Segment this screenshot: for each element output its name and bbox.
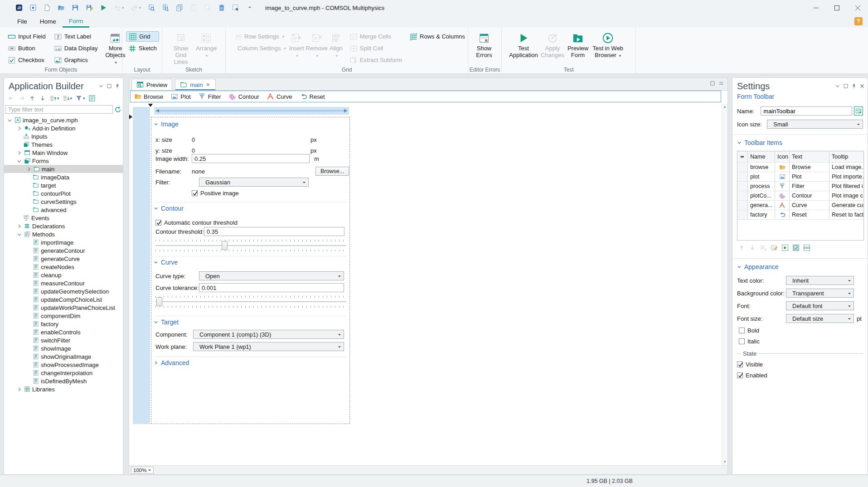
item-text-cell[interactable]: Contour xyxy=(789,191,829,200)
panel-pin-icon[interactable] xyxy=(851,83,857,89)
tree-item-componentDim[interactable]: componentDim xyxy=(4,312,123,320)
qat-duplicate-button[interactable] xyxy=(204,4,211,11)
model-tree-button[interactable] xyxy=(88,95,96,102)
qat-copy-button[interactable] xyxy=(176,4,183,11)
form-toolbar-reset-button[interactable]: Reset xyxy=(300,93,325,100)
section-image-header[interactable]: Image xyxy=(154,121,179,128)
maximize-button[interactable] xyxy=(826,0,847,15)
appearance-header[interactable]: Appearance xyxy=(737,263,863,270)
column-header-icon[interactable]: Icon xyxy=(775,151,789,162)
item-tooltip-cell[interactable]: Generate cur... xyxy=(829,201,863,210)
arrow-right-button[interactable] xyxy=(18,95,25,102)
close-button[interactable] xyxy=(847,0,868,15)
collapse-icon[interactable] xyxy=(16,158,22,164)
move-up-button[interactable] xyxy=(738,244,745,253)
item-tooltip-cell[interactable]: Plot filtered i... xyxy=(829,182,863,191)
expand-icon[interactable] xyxy=(16,386,22,392)
show-grid-lines-button[interactable]: 1.23 Show Grid Lines xyxy=(168,31,194,65)
tree-filter-input[interactable] xyxy=(5,105,113,114)
qat-run-button[interactable] xyxy=(100,4,107,11)
tree-item-curveSettings[interactable]: curveSettings xyxy=(4,198,123,206)
arrange-button[interactable]: Arrange▾ xyxy=(194,31,218,59)
tree-item-importImage[interactable]: importImage xyxy=(4,238,123,246)
zoom-control[interactable]: 100% xyxy=(131,467,154,474)
qat-code-page-button[interactable] xyxy=(162,4,169,11)
tree-item-factory[interactable]: factory xyxy=(4,320,123,328)
test-application-button[interactable]: Test Application xyxy=(508,31,539,58)
close-tab-icon[interactable] xyxy=(205,82,211,87)
bold-checkbox[interactable] xyxy=(739,328,745,333)
icon-size-dropdown[interactable]: Small xyxy=(767,120,863,129)
name-input[interactable] xyxy=(761,106,852,116)
tab-preview[interactable]: Preview xyxy=(131,79,172,90)
form-toolbar-browse-button[interactable]: Browse xyxy=(134,93,163,100)
tree-item-generateCurve[interactable]: generateCurve xyxy=(4,255,123,263)
contour-threshold-input[interactable] xyxy=(204,227,344,236)
item-text-cell[interactable]: Reset xyxy=(789,210,829,219)
toolbar-item-row-curve[interactable]: genera...CurveGenerate cur... xyxy=(737,200,863,210)
tab-file[interactable]: File xyxy=(11,15,34,28)
qat-paste-button[interactable] xyxy=(190,4,197,11)
move-down-button[interactable] xyxy=(749,244,756,253)
form-toolbar-filter-button[interactable]: Filter xyxy=(199,93,221,100)
checkbox-button[interactable]: Checkbox xyxy=(5,55,48,65)
expand-icon[interactable] xyxy=(16,150,22,156)
tree-item-updateCompChoiceList[interactable]: updateCompChoiceList xyxy=(4,295,123,304)
section-target-header[interactable]: Target xyxy=(154,318,179,326)
refresh-icon[interactable] xyxy=(114,106,121,113)
enabled-checkbox[interactable] xyxy=(737,372,743,378)
filter-sm-button[interactable]: ▾ xyxy=(75,95,85,102)
form-toolbar-contour-button[interactable]: Contour xyxy=(229,93,259,100)
font-size-dropdown[interactable]: Default size xyxy=(786,314,854,323)
remove-button[interactable]: Remove▾ xyxy=(306,31,328,59)
qat-comsol-logo-button[interactable] xyxy=(15,4,23,11)
collapse-icon[interactable] xyxy=(7,117,13,123)
grid-mode-button[interactable]: Grid xyxy=(126,31,159,42)
tree-item-showImage[interactable]: showImage xyxy=(4,344,123,352)
add-toggle-button[interactable] xyxy=(792,244,800,253)
background-color-dropdown[interactable]: Transparent xyxy=(786,289,854,298)
tab-main[interactable]: main xyxy=(175,79,216,90)
form-toolbar-plot-button[interactable]: Plot xyxy=(171,93,190,100)
text-color-dropdown[interactable]: Inherit xyxy=(786,276,854,285)
qat-save-button[interactable] xyxy=(72,4,79,11)
scroll-up-icon[interactable]: ▲ xyxy=(723,105,727,109)
curve-tolerance-input[interactable] xyxy=(199,283,344,292)
tab-form[interactable]: Form xyxy=(63,15,90,28)
tree-item-updateWorkPlaneChoiceList[interactable]: updateWorkPlaneChoiceList xyxy=(4,304,123,312)
qat-delete-button[interactable] xyxy=(218,4,225,11)
item-text-cell[interactable]: Plot xyxy=(789,172,829,181)
component-dropdown[interactable]: Component 1 (comp1) (3D) xyxy=(193,330,344,339)
edit-row-button[interactable] xyxy=(771,244,778,253)
tree-item-cleanup[interactable]: cleanup xyxy=(4,271,123,279)
merge-cells-button[interactable]: Merge Cells xyxy=(347,31,404,42)
tree-item-image_to_curve.mph[interactable]: Aimage_to_curve.mph xyxy=(4,116,123,124)
editor-maximize-icon[interactable] xyxy=(710,81,715,86)
column-header-tooltip[interactable]: Tooltip xyxy=(829,151,863,162)
tree-item-Events[interactable]: Events xyxy=(4,214,123,222)
panel-menu-icon[interactable] xyxy=(98,83,104,89)
form-toolbar-curve-button[interactable]: Curve xyxy=(267,93,292,100)
grid-margin-row[interactable] xyxy=(154,107,349,115)
section-contour-header[interactable]: Contour xyxy=(154,205,184,212)
column-header-text[interactable]: Text xyxy=(789,151,829,162)
tree-item-createNodes[interactable]: createNodes xyxy=(4,263,123,271)
item-text-cell[interactable]: Browse xyxy=(789,163,829,172)
expand-icon[interactable] xyxy=(26,166,32,172)
filter-dropdown[interactable]: Gaussian xyxy=(199,178,309,187)
expand-icon[interactable] xyxy=(16,125,22,131)
tree-item-switchFilter[interactable]: switchFilter xyxy=(4,336,123,344)
graphics-button[interactable]: Graphics xyxy=(52,55,100,65)
tree-item-Add-in Definition[interactable]: Add-in Definition xyxy=(4,124,123,132)
button-button[interactable]: OKButton xyxy=(5,43,48,53)
tree-item-advanced[interactable]: advanced xyxy=(4,206,123,214)
section-curve-header[interactable]: Curve xyxy=(154,259,178,266)
text-label-button[interactable]: TText Label xyxy=(52,31,100,42)
item-tooltip-cell[interactable]: Reset to fact... xyxy=(829,210,863,219)
data-display-button[interactable]: 1.23Data Display xyxy=(52,43,100,53)
expand-icon[interactable] xyxy=(16,223,22,229)
tree-item-Themes[interactable]: Themes xyxy=(4,140,123,149)
qat-preview-page-button[interactable] xyxy=(148,4,155,11)
item-text-cell[interactable]: Curve xyxy=(789,201,829,210)
column-header-name[interactable]: Name xyxy=(747,151,775,162)
